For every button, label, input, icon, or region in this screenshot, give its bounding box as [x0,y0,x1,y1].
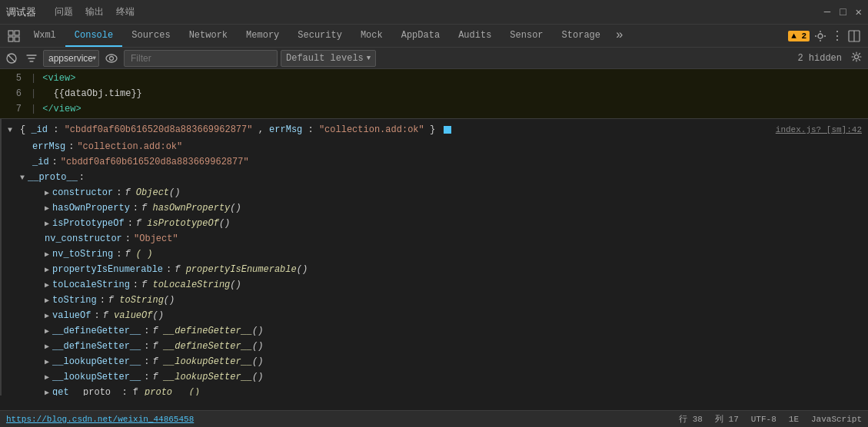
proto-item-constructor[interactable]: ▶ constructor : f Object() [45,185,868,200]
menu-terminal[interactable]: 终端 [116,5,135,18]
close-btn[interactable]: ✕ [856,5,862,18]
tab-mock[interactable]: Mock [351,25,392,47]
svg-point-15 [855,55,859,58]
expand-triangle[interactable]: ▼ [8,126,17,134]
context-select[interactable]: appservice [43,50,99,67]
tab-security[interactable]: Security [288,25,351,47]
clear-console-btn[interactable] [3,50,20,67]
proto-item-tolocalestring[interactable]: ▶ toLocaleString : f toLocaleString() [45,277,868,293]
dock-icon[interactable] [848,30,860,42]
top-bar-title: 调试器 [6,5,36,19]
restore-btn[interactable]: □ [840,6,846,18]
status-language: JavaScript [811,415,862,424]
code-line-7: 7 | </view> [0,101,868,117]
code-line-6: 6 | {{dataObj.time}} [0,86,868,101]
hidden-count: 2 hidden [797,53,842,64]
status-line: 行 38 [679,413,703,425]
console-settings-btn[interactable] [848,51,865,65]
svg-rect-2 [8,37,13,41]
console-toolbar: appservice Default levels ▼ 2 hidden [0,48,868,69]
proto-item-hasownproperty[interactable]: ▶ hasOwnProperty : f hasOwnProperty() [45,200,868,216]
more-icon[interactable]: ⋮ [831,28,843,44]
proto-item-propertyisenumerable[interactable]: ▶ propertyIsEnumerable : f propertyIsEnu… [45,262,868,277]
filter-toggle-btn[interactable] [23,50,40,67]
menu-issue[interactable]: 问题 [55,5,73,18]
tab-more[interactable]: » [610,25,630,47]
live-expression-btn[interactable] [102,50,121,67]
log-main-text: { _id : "cbddf0af60b616520d8a88366996287… [20,124,451,135]
filter-input[interactable] [124,50,278,67]
top-bar: 调试器 问题 输出 终端 ─ □ ✕ [0,0,868,25]
code-line-5: 5 | <view> [0,71,868,86]
svg-point-4 [818,34,823,38]
proto-item-isprototypeof[interactable]: ▶ isPrototypeOf : f isPrototypeOf() [45,216,868,231]
proto-item-lookupgetter[interactable]: ▶ __lookupGetter__ : f __lookupGetter__(… [45,354,868,369]
svg-line-12 [8,55,15,62]
proto-items: ▶ constructor : f Object() ▶ hasOwnPrope… [2,185,868,396]
proto-item-tostring[interactable]: ▶ toString : f toString() [45,293,868,308]
tab-sensor[interactable]: Sensor [501,25,552,47]
devtools-tabbar: Wxml Console Sources Network Memory Secu… [0,25,868,48]
svg-rect-0 [8,31,13,35]
default-levels-dropdown[interactable]: Default levels ▼ [281,50,376,67]
proto-item-definegetter[interactable]: ▶ __defineGetter__ : f __defineGetter__(… [45,323,868,339]
status-indent: 1E [789,415,799,424]
proto-item-valueof[interactable]: ▶ valueOf : f valueOf() [45,308,868,323]
warning-badge: ▲ 2 [788,31,810,41]
tab-audits[interactable]: Audits [449,25,501,47]
top-menu: 问题 输出 终端 [55,5,135,18]
proto-item-nv-constructor: nv_constructor : "Object" [45,231,868,247]
status-url[interactable]: https://blog.csdn.net/weixin_44865458 [6,415,194,424]
minimize-btn[interactable]: ─ [824,6,830,18]
log-entry-main: ▼ { _id : "cbddf0af60b616520d8a883669962… [0,119,868,396]
code-preview: 5 | <view> 6 | {{dataObj.time}} 7 | </vi… [0,69,868,119]
tab-network[interactable]: Network [180,25,237,47]
tab-memory[interactable]: Memory [237,25,288,47]
status-encoding: UTF-8 [751,415,777,424]
tab-wxml[interactable]: Wxml [25,25,65,47]
proto-item-nv-tostring[interactable]: ▶ nv_toString : f ( ) [45,247,868,262]
status-col: 列 17 [715,413,739,425]
menu-output[interactable]: 输出 [85,5,104,18]
svg-point-13 [106,55,117,62]
log-entry-header[interactable]: ▼ { _id : "cbddf0af60b616520d8a883669962… [2,121,868,139]
blue-square-icon [444,126,451,134]
proto-item-definesetter[interactable]: ▶ __defineSetter__ : f __defineSetter__(… [45,339,868,354]
tab-appdata[interactable]: AppData [392,25,449,47]
log-source-link[interactable]: index.js? [sm]:42 [776,125,862,134]
proto-item-get-proto[interactable]: ▶ get proto : f proto () [45,385,868,396]
settings-icon[interactable] [814,30,826,42]
status-bar: https://blog.csdn.net/weixin_44865458 行 … [0,410,868,427]
prop-errmsg: errMsg : "collection.add:ok" [2,139,868,154]
proto-section[interactable]: ▼ __proto__ : [2,170,868,185]
proto-item-lookupsetter[interactable]: ▶ __lookupSetter__ : f __lookupSetter__(… [45,369,868,385]
proto-triangle[interactable]: ▼ [20,174,25,182]
svg-point-14 [110,56,114,60]
console-output: ▼ { _id : "cbddf0af60b616520d8a883669962… [0,119,868,396]
tab-sources[interactable]: Sources [122,25,179,47]
prop-id: _id : "cbddf0af60b616520d8a883669962877" [2,154,868,170]
inspector-icon[interactable] [3,25,25,47]
tab-storage[interactable]: Storage [553,25,610,47]
svg-rect-3 [15,37,19,41]
context-select-wrapper: appservice [43,50,99,67]
tab-console[interactable]: Console [65,25,122,47]
svg-rect-1 [15,31,19,35]
